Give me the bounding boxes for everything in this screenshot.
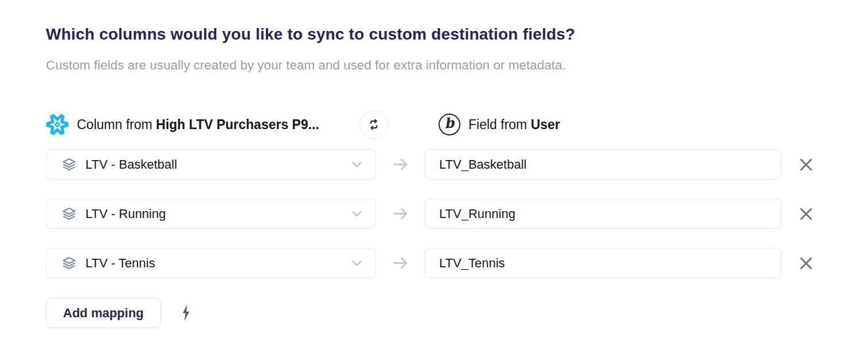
- swap-mappings-button[interactable]: [359, 110, 388, 139]
- source-model-name: High LTV Purchasers P9...: [156, 117, 319, 132]
- arrow-right-icon: [376, 155, 425, 173]
- destination-object-name: User: [531, 117, 560, 132]
- source-column-value: LTV - Running: [85, 207, 166, 221]
- remove-mapping-button[interactable]: [795, 154, 817, 176]
- close-icon: [797, 156, 815, 173]
- snowflake-icon: [46, 113, 69, 136]
- remove-mapping-button[interactable]: [795, 203, 817, 225]
- chevron-down-icon: [350, 256, 364, 270]
- layers-icon: [61, 157, 77, 172]
- arrow-right-icon: [376, 205, 425, 223]
- destination-header-prefix: Field from: [468, 117, 527, 132]
- add-mapping-button[interactable]: Add mapping: [46, 298, 161, 328]
- source-column-header: Column from High LTV Purchasers P9...: [46, 110, 319, 139]
- footer-actions: Add mapping: [46, 298, 193, 328]
- remove-mapping-button[interactable]: [795, 252, 817, 274]
- chevron-down-icon: [350, 157, 364, 172]
- source-column-select[interactable]: LTV - Tennis: [46, 248, 376, 278]
- layers-icon: [61, 206, 77, 221]
- source-header-label: Column from High LTV Purchasers P9...: [77, 117, 319, 133]
- close-icon: [797, 205, 815, 223]
- close-icon: [797, 255, 815, 272]
- sync-mapping-page: Which columns would you like to sync to …: [0, 0, 868, 358]
- destination-field-input[interactable]: [425, 248, 781, 278]
- source-column-select[interactable]: LTV - Basketball: [46, 149, 376, 180]
- destination-header-label: Field from User: [468, 117, 560, 133]
- layers-icon: [61, 255, 77, 271]
- braze-icon: b: [439, 114, 460, 135]
- chevron-down-icon: [350, 207, 364, 221]
- page-title: Which columns would you like to sync to …: [46, 25, 575, 44]
- source-column-value: LTV - Basketball: [85, 157, 177, 172]
- mapping-row: LTV - Running: [46, 199, 831, 229]
- arrow-right-icon: [376, 254, 425, 272]
- mapping-rows: LTV - Basketball: [46, 149, 831, 278]
- page-subtitle: Custom fields are usually created by you…: [46, 58, 566, 73]
- destination-field-input[interactable]: [425, 149, 781, 180]
- destination-field-input[interactable]: [425, 199, 781, 229]
- source-column-value: LTV - Tennis: [85, 256, 155, 271]
- source-column-select[interactable]: LTV - Running: [46, 199, 376, 229]
- swap-icon: [366, 117, 381, 132]
- source-header-prefix: Column from: [77, 117, 153, 132]
- mapping-row: LTV - Basketball: [46, 149, 831, 180]
- braze-glyph: b: [443, 116, 454, 131]
- lightning-bolt-icon[interactable]: [179, 303, 193, 322]
- destination-column-header: b Field from User: [439, 110, 560, 139]
- mapping-row: LTV - Tennis: [46, 248, 831, 278]
